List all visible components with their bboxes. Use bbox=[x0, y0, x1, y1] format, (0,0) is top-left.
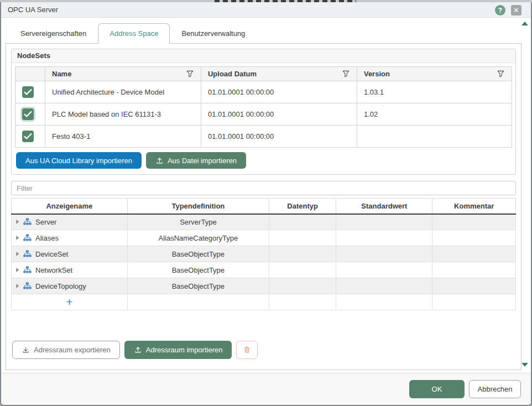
dialog-title: OPC UA Server bbox=[8, 6, 58, 14]
close-icon[interactable]: ✕ bbox=[511, 5, 521, 15]
node-name: Aliases bbox=[35, 234, 59, 242]
node-standardwert bbox=[336, 214, 432, 230]
nodesets-table: Name Upload Datum bbox=[15, 66, 512, 148]
filter-funnel-icon[interactable] bbox=[342, 70, 350, 78]
nodeset-upload-datum: 01.01.0001 00:00:00 bbox=[201, 103, 357, 126]
nodeset-row[interactable]: PLC Model based on IEC 61131-3 01.01.000… bbox=[15, 103, 512, 126]
node-type: BaseObjectType bbox=[127, 246, 269, 262]
filter-funnel-icon[interactable] bbox=[497, 70, 505, 78]
upload-datum-column-header[interactable]: Upload Datum bbox=[201, 67, 357, 81]
node-name: DeviceTopology bbox=[35, 282, 86, 290]
nodeset-name: Unified Architecture - Device Model bbox=[45, 81, 201, 103]
scroll-up-arrow[interactable] bbox=[521, 22, 528, 25]
tab-benutzerverwaltung[interactable]: Benutzerverwaltung bbox=[170, 23, 257, 43]
help-icon[interactable]: ? bbox=[495, 5, 505, 15]
tree-header-row: Anzeigename Typendefinition Datentyp Sta… bbox=[12, 199, 516, 214]
name-column-label: Name bbox=[52, 70, 71, 78]
import-ua-cloud-library-button[interactable]: Aus UA Cloud Library importieren bbox=[16, 152, 142, 169]
upload-icon bbox=[155, 157, 164, 165]
import-address-space-button[interactable]: Adressraum importieren bbox=[124, 341, 232, 359]
node-standardwert bbox=[336, 262, 432, 278]
dialog-titlebar[interactable]: OPC UA Server ? ✕ bbox=[1, 2, 531, 18]
node-datentyp bbox=[269, 262, 336, 278]
import-address-space-label: Adressraum importieren bbox=[146, 346, 223, 354]
nodeset-version: 1.02 bbox=[357, 103, 512, 126]
node-kommentar bbox=[432, 214, 516, 230]
tree-add-row: + bbox=[12, 294, 516, 310]
ok-button[interactable]: OK bbox=[409, 380, 465, 398]
expand-arrow-icon[interactable] bbox=[16, 268, 19, 272]
tree-row[interactable]: Aliases AliasNameCategoryType bbox=[12, 230, 516, 246]
dialog-footer: OK Abbrechen bbox=[1, 373, 531, 405]
nodeset-version: 1.03.1 bbox=[357, 81, 512, 103]
nodesets-body: Name Upload Datum bbox=[12, 63, 515, 174]
address-space-panel: NodeSets Name bbox=[6, 43, 521, 370]
cancel-button[interactable]: Abbrechen bbox=[469, 380, 521, 398]
version-column-label: Version bbox=[364, 70, 390, 78]
checkbox-checked[interactable] bbox=[22, 131, 34, 142]
nodeset-version bbox=[357, 126, 512, 148]
tree-row[interactable]: Server ServerType bbox=[12, 214, 516, 230]
nodeset-row[interactable]: Festo 403-1 01.01.0001 00:00:00 bbox=[15, 126, 512, 148]
node-hierarchy-icon bbox=[23, 218, 32, 226]
typendefinition-column-header: Typendefinition bbox=[127, 199, 269, 214]
tab-bar: Servereigenschaften Address Space Benutz… bbox=[9, 23, 257, 43]
node-type: ServerType bbox=[127, 214, 269, 230]
import-ua-cloud-library-label: Aus UA Cloud Library importieren bbox=[25, 157, 132, 165]
nodeset-upload-datum: 01.01.0001 00:00:00 bbox=[201, 81, 357, 103]
address-space-actions: Adressraum exportieren Adressraum import… bbox=[12, 341, 516, 359]
expand-arrow-icon[interactable] bbox=[16, 236, 19, 240]
tab-servereigenschaften[interactable]: Servereigenschaften bbox=[9, 23, 98, 43]
node-type: BaseObjectType bbox=[127, 278, 269, 294]
node-datentyp bbox=[269, 278, 336, 294]
trash-icon bbox=[243, 346, 251, 354]
node-hierarchy-icon bbox=[23, 234, 32, 242]
version-column-header[interactable]: Version bbox=[357, 67, 512, 81]
delete-button[interactable] bbox=[236, 341, 258, 359]
filter-input[interactable] bbox=[11, 181, 516, 195]
upload-datum-column-label: Upload Datum bbox=[208, 70, 257, 78]
expand-arrow-icon[interactable] bbox=[16, 220, 19, 224]
anzeigename-column-header: Anzeigename bbox=[12, 199, 128, 214]
tree-row[interactable]: NetworkSet BaseObjectType bbox=[12, 262, 516, 278]
export-address-space-button[interactable]: Adressraum exportieren bbox=[12, 341, 120, 359]
download-icon bbox=[22, 346, 30, 354]
node-kommentar bbox=[432, 230, 516, 246]
node-datentyp bbox=[269, 214, 336, 230]
filter-funnel-icon[interactable] bbox=[186, 70, 194, 78]
datentyp-column-header: Datentyp bbox=[269, 199, 336, 214]
node-standardwert bbox=[336, 246, 432, 262]
nodesets-title: NodeSets bbox=[12, 49, 515, 63]
opcua-server-dialog: OPC UA Server ? ✕ Servereigenschaften Ad… bbox=[0, 2, 532, 406]
checkbox-checked-focused[interactable] bbox=[22, 108, 34, 120]
node-kommentar bbox=[432, 262, 516, 278]
node-name: Server bbox=[35, 218, 56, 226]
expand-arrow-icon[interactable] bbox=[16, 284, 19, 288]
nodeset-row[interactable]: Unified Architecture - Device Model 01.0… bbox=[15, 81, 512, 103]
tree-row[interactable]: DeviceSet BaseObjectType bbox=[12, 246, 516, 262]
checkbox-column-header bbox=[15, 67, 45, 81]
node-kommentar bbox=[432, 246, 516, 262]
node-hierarchy-icon bbox=[23, 250, 32, 258]
node-name: DeviceSet bbox=[35, 250, 68, 258]
expand-arrow-icon[interactable] bbox=[16, 252, 19, 256]
kommentar-column-header: Kommentar bbox=[432, 199, 516, 214]
checkbox-checked[interactable] bbox=[22, 86, 34, 98]
nodesets-groupbox: NodeSets Name bbox=[11, 49, 516, 175]
name-column-header[interactable]: Name bbox=[45, 67, 201, 81]
node-standardwert bbox=[336, 278, 432, 294]
tab-address-space[interactable]: Address Space bbox=[98, 23, 170, 43]
export-address-space-label: Adressraum exportieren bbox=[34, 346, 111, 354]
nodeset-name: Festo 403-1 bbox=[45, 126, 201, 148]
tree-row[interactable]: DeviceTopology BaseObjectType bbox=[12, 278, 516, 294]
import-from-file-button[interactable]: Aus Datei importieren bbox=[146, 152, 246, 169]
node-datentyp bbox=[269, 230, 336, 246]
nodesets-header-row: Name Upload Datum bbox=[15, 67, 512, 81]
import-from-file-label: Aus Datei importieren bbox=[168, 157, 237, 165]
node-standardwert bbox=[336, 230, 432, 246]
scroll-down-arrow[interactable] bbox=[521, 363, 528, 367]
node-hierarchy-icon bbox=[23, 282, 32, 290]
add-node-button[interactable]: + bbox=[66, 295, 72, 308]
node-kommentar bbox=[432, 278, 516, 294]
nodeset-name: PLC Model based on IEC 61131-3 bbox=[45, 103, 201, 126]
